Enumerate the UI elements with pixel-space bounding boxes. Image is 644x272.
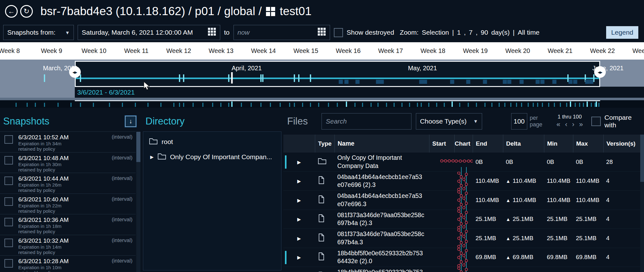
sparkline-horizontal	[454, 153, 473, 171]
scroll-to-latest-button[interactable]: ↓	[125, 116, 136, 127]
file-start	[429, 267, 454, 272]
zoom-label: Zoom:	[400, 29, 419, 36]
zoom-all-time[interactable]: All time	[518, 29, 540, 36]
column-header-max[interactable]: Max	[573, 135, 603, 153]
week-label: Week 15	[285, 47, 327, 55]
snapshot-checkbox[interactable]	[4, 197, 13, 206]
zoom-1-day[interactable]: 1	[457, 29, 461, 36]
file-max: 25.1MB	[573, 235, 603, 242]
expander-icon[interactable]: ▶	[150, 154, 154, 159]
snapshot-interval-tag: (interval)	[112, 196, 134, 214]
timeline-handle-left[interactable]: ◂▸	[69, 66, 81, 78]
file-row[interactable]: ▶ 04baa414b64a4ecbcb1ee7a53e07e696 (2).3…	[283, 172, 640, 191]
delta-up-icon: ▲	[506, 255, 511, 260]
zoom-90-days[interactable]: 90	[481, 29, 488, 36]
pagination-prev-button[interactable]: ‹	[565, 120, 567, 129]
week-label: Week 10	[73, 47, 115, 55]
snapshot-checkbox[interactable]	[4, 135, 13, 144]
snapshot-retention: retained by policy	[18, 270, 69, 272]
snapshot-checkbox[interactable]	[4, 218, 13, 226]
file-row[interactable]: ▶ 081f373a346de79aa053be258c697b4a.3 25.…	[283, 229, 640, 248]
pagination-first-button[interactable]: «	[556, 120, 560, 129]
snapshot-item[interactable]: 6/3/2021 10:36 AM Expiration in 1h 18m r…	[0, 214, 136, 235]
mini-viewport[interactable]	[75, 100, 600, 108]
snapshots-scrollbar[interactable]	[136, 132, 140, 272]
column-header-delta[interactable]: Delta	[503, 135, 544, 153]
files-scrollbar[interactable]	[640, 135, 644, 272]
zoom-7-days[interactable]: 7	[469, 29, 473, 36]
back-button[interactable]: ←	[5, 5, 18, 18]
snapshot-item[interactable]: 6/3/2021 10:52 AM Expiration in 1h 34m r…	[0, 132, 136, 153]
timeline-selection[interactable]	[75, 61, 600, 87]
file-delta-value: 25.1MB	[513, 216, 533, 222]
snapshot-item[interactable]: 6/3/2021 10:48 AM Expiration in 1h 30m r…	[0, 153, 136, 173]
to-date-field	[233, 25, 330, 40]
week-label: Week 11	[115, 47, 157, 55]
zoom-selection[interactable]: Selection	[422, 29, 449, 36]
tree-child-item[interactable]: ▶ Only Copy Of Important Compan...	[143, 149, 281, 165]
snapshots-from-dropdown[interactable]: Snapshots from: ▼	[3, 25, 74, 40]
mini-tick	[57, 103, 58, 107]
timeline-handle-right[interactable]: ◂▸	[594, 66, 606, 78]
row-expander-icon[interactable]: ▶	[297, 255, 301, 260]
snapshot-time: 6/3/2021 10:36 AM	[18, 217, 69, 223]
directory-panel: Directory root ▶ Only Copy Of Important …	[141, 111, 283, 272]
snapshots-scrollbar-thumb[interactable]	[136, 132, 140, 162]
timeline-band: March, 2021 April, 2021 May, 2021 June, …	[0, 60, 644, 98]
file-row[interactable]: ▶ 081f373a346de79aa053be258c697b4a (2).3…	[283, 210, 640, 229]
column-header-name[interactable]: Name	[334, 135, 429, 153]
snapshot-checkbox[interactable]	[4, 156, 13, 165]
file-row[interactable]: ▶ 04baa414b64a4ecbcb1ee7a53e07e696.3 110…	[283, 191, 640, 210]
type-filter-dropdown[interactable]: Choose Type(s) ▼	[416, 113, 482, 130]
snapshot-item[interactable]: 6/3/2021 10:28 AM Expiration in 1h 10m r…	[0, 256, 136, 272]
compare-checkbox[interactable]	[591, 117, 601, 126]
column-header-chart[interactable]: Chart	[454, 135, 473, 153]
pagination-next-button[interactable]: ›	[572, 120, 574, 129]
snapshot-checkbox[interactable]	[4, 239, 13, 247]
per-page-input[interactable]	[513, 118, 525, 125]
snapshot-item[interactable]: 6/3/2021 10:44 AM Expiration in 1h 26m r…	[0, 173, 136, 194]
show-destroyed-checkbox[interactable]	[334, 28, 343, 37]
week-label: Week 16	[327, 47, 369, 55]
legend-button[interactable]: Legend	[606, 26, 638, 39]
column-header-min[interactable]: Min	[544, 135, 573, 153]
per-page-field	[511, 113, 527, 130]
row-expander-icon[interactable]: ▶	[297, 217, 301, 222]
week-label: Week 20	[497, 47, 539, 55]
row-accent-bar	[285, 155, 287, 169]
snapshot-item[interactable]: 6/3/2021 10:40 AM Expiration in 1h 22m r…	[0, 194, 136, 215]
refresh-button[interactable]: ↻	[20, 5, 33, 18]
file-row[interactable]: ▶ 18b4bbf5f0e0e6529332b2b75364432e.0	[283, 267, 640, 272]
column-header-versions[interactable]: Version(s)	[603, 135, 640, 153]
file-row[interactable]: ▶ Only Copy Of Important Company Data	[283, 153, 640, 172]
from-date-input[interactable]	[82, 29, 204, 36]
column-header-start[interactable]: Start	[429, 135, 454, 153]
file-row[interactable]: ▶ 18b4bbf5f0e0e6529332b2b75364432e (2).0…	[283, 248, 640, 267]
file-delta: ▲25.1MB	[503, 235, 544, 242]
file-max: 110.4MB	[573, 177, 603, 184]
to-date-input[interactable]	[238, 29, 314, 36]
file-min: 110.4MB	[544, 177, 573, 184]
column-header-end[interactable]: End	[473, 135, 503, 153]
snapshot-item[interactable]: 6/3/2021 10:32 AM Expiration in 1h 14m r…	[0, 235, 136, 256]
pagination-last-button[interactable]: »	[579, 120, 583, 129]
column-header-type[interactable]: Type	[315, 135, 334, 153]
calendar-icon[interactable]	[208, 27, 216, 38]
snapshot-time: 6/3/2021 10:40 AM	[18, 196, 69, 203]
search-input[interactable]	[326, 118, 407, 125]
row-expander-icon[interactable]: ▶	[297, 198, 301, 203]
calendar-icon[interactable]	[317, 27, 326, 38]
row-expander-icon[interactable]: ▶	[297, 178, 301, 184]
snapshot-expiration: Expiration in 1h 14m	[18, 244, 69, 250]
snapshot-checkbox[interactable]	[4, 259, 13, 268]
row-expander-icon[interactable]: ▶	[297, 159, 301, 165]
files-scrollbar-thumb[interactable]	[640, 135, 644, 182]
delta-up-icon: ▲	[506, 198, 511, 203]
row-expander-icon[interactable]: ▶	[297, 236, 301, 241]
host-name: test01	[280, 5, 311, 18]
sparkline-vertical	[454, 210, 473, 229]
snapshot-checkbox[interactable]	[4, 177, 13, 185]
tree-root-item[interactable]: root	[143, 134, 281, 149]
file-min: 25.1MB	[544, 235, 573, 242]
main-panels: Snapshots ↓ 6/3/2021 10:52 AM Expiration…	[0, 111, 644, 272]
